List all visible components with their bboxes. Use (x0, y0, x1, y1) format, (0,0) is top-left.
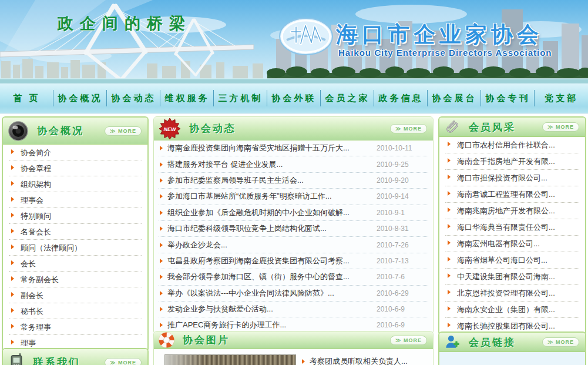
more-button[interactable]: ≫ MORE (542, 337, 579, 347)
bullet-icon (11, 308, 14, 313)
news-item-date: 2010-9-25 (377, 160, 428, 169)
news-item[interactable]: 参加海口市基层站所“优质服务年”明察暗访工作... 2010-9-14 (159, 189, 428, 205)
bullet-icon (160, 178, 163, 183)
sidebar-item[interactable]: 副会长 (9, 287, 142, 303)
nav-item[interactable]: 协会概况 (53, 83, 107, 113)
member-item[interactable]: 海口华海典当有限责任公司... (445, 219, 579, 236)
news-item[interactable]: 搭建服务对接平台 促进企业发展... 2010-9-25 (159, 156, 428, 172)
bullet-icon (160, 291, 163, 296)
bullet-icon (11, 213, 14, 217)
news-item-date: 2010-7-13 (377, 257, 428, 265)
bullet-icon (160, 226, 163, 231)
nav-item[interactable]: 协会专刊 (481, 83, 535, 113)
news-item-title: 搭建服务对接平台 促进企业发展... (167, 159, 377, 170)
paperclip-icon (444, 119, 461, 135)
more-button[interactable]: ≫ MORE (542, 122, 579, 132)
nav-item[interactable]: 协会外联 (267, 83, 321, 113)
news-item-title: 推广APEC商务旅行卡的办理工作... (167, 320, 377, 330)
panel-association-news: NEW 协会动态 ≫ MORE 海南金鹿投资集团向海南省受灾地区捐赠十五万斤大.… (153, 116, 434, 334)
nav-item[interactable]: 政务信息 (374, 83, 428, 113)
bullet-icon (11, 292, 14, 297)
member-item-label: 海口华海典当有限责任公司... (457, 223, 555, 232)
lifebuoy-icon (159, 332, 174, 348)
sidebar-item-label: 副会长 (21, 291, 43, 300)
news-item[interactable]: 参加市纪委监察局领导班子民主生活会... 2010-9-20 (159, 173, 428, 189)
member-item[interactable]: 海口市担保投资有限公司... (445, 170, 579, 186)
news-item-date: 2010-9-20 (377, 176, 428, 185)
sidebar-item[interactable]: 常务理事 (9, 319, 142, 335)
sidebar-item[interactable]: 顾问（法律顾问） (9, 240, 142, 256)
bullet-icon (11, 276, 14, 281)
member-item[interactable]: 海南君诚工程监理有限公司... (445, 186, 579, 203)
news-item[interactable]: 发动企业参与扶贫献爱心活动... 2010-6-9 (159, 302, 428, 317)
nav-item[interactable]: 维权服务 (160, 83, 214, 113)
nav-item[interactable]: 协会展台 (428, 83, 481, 113)
banner-slogan: 政企间的桥梁 (58, 13, 191, 34)
sidebar-item[interactable]: 名誉会长 (9, 224, 142, 240)
nav-item-label: 维权服务 (165, 93, 210, 103)
member-item[interactable]: 海南永安企业（集团）有限... (445, 302, 579, 318)
sidebar-item[interactable]: 理事会 (9, 192, 142, 208)
nav-item[interactable]: 首 页 (0, 83, 53, 113)
bullet-icon (448, 306, 451, 311)
nav-item[interactable]: 党支部 (535, 83, 588, 113)
more-button[interactable]: ≫ MORE (390, 336, 427, 345)
bullet-icon (11, 181, 14, 186)
member-item-label: 海南金手指房地产开发有限... (457, 157, 555, 166)
nav-item-label: 协会专刊 (486, 93, 530, 103)
bullet-icon (11, 260, 14, 265)
member-item-label: 海南君诚工程监理有限公司... (457, 190, 555, 199)
sidebar-item[interactable]: 组织架构 (9, 176, 142, 192)
news-item[interactable]: 我会部分领导参加海口区、镇（街）服务中心的督查... 2010-7-6 (159, 269, 428, 285)
panel-member-links: 会员链接 ≫ MORE (438, 331, 586, 365)
nav-item-label: 首 页 (13, 93, 40, 103)
nav-item[interactable]: 三方机制 (214, 83, 267, 113)
member-item[interactable]: 海南省烟草公司海口公司... (445, 252, 579, 269)
member-item[interactable]: 海南兆南房地产开发有限公... (445, 203, 579, 219)
news-item[interactable]: 举办《以案说法---中小企业合同法律风险防范》... 2010-6-29 (159, 286, 428, 302)
news-item[interactable]: 海口市纪委科级领导职位竞争上岗结构化面试... 2010-8-31 (159, 221, 428, 237)
sidebar-item[interactable]: 会长 (9, 256, 142, 272)
member-item-label: 海南永安企业（集团）有限... (457, 305, 555, 314)
links-panel-header: 会员链接 ≫ MORE (439, 333, 585, 352)
member-item[interactable]: 中天建设集团有限公司海南... (445, 269, 579, 285)
bullet-icon (11, 149, 14, 154)
panel-member-showcase: 会员风采 ≫ MORE 海口市农村信用合作社联合... 海南金手指房地产开发有限… (438, 116, 586, 336)
news-item[interactable]: 组织企业参加《后金融危机时期的中小企业如何破解... 2010-9-1 (159, 205, 428, 221)
sidebar-item-label: 协会章程 (21, 164, 51, 173)
bullet-icon (160, 243, 163, 247)
news-item-title: 我会部分领导参加海口区、镇（街）服务中心的督查... (167, 272, 377, 282)
photo-caption-item[interactable]: 考察团成员听取相关负责人... (302, 356, 408, 365)
news-item-title: 组织企业参加《后金融危机时期的中小企业如何破解... (167, 207, 377, 218)
member-item-label: 海南宏州电器有限公司... (457, 239, 540, 248)
news-item-title: 举办政企沙龙会... (167, 240, 377, 250)
member-item[interactable]: 海口市农村信用合作社联合... (445, 137, 579, 153)
member-item[interactable]: 海南金手指房地产开发有限... (445, 153, 579, 170)
news-item-title: 发动企业参与扶贫献爱心活动... (167, 304, 377, 314)
more-button[interactable]: ≫ MORE (105, 126, 142, 136)
sidebar-item-label: 特别顾问 (21, 212, 51, 220)
member-item[interactable]: 海南宏州电器有限公司... (445, 236, 579, 252)
more-button[interactable]: ≫ MORE (390, 124, 427, 133)
sidebar-item[interactable]: 协会章程 (9, 160, 142, 176)
lens-icon (8, 120, 29, 142)
news-item[interactable]: 屯昌县政府考察团到海南金鹿投资集团有限公司考察... 2010-7-13 (159, 253, 428, 269)
sidebar-item[interactable]: 特别顾问 (9, 208, 142, 224)
association-photo[interactable] (164, 354, 296, 365)
sidebar-item[interactable]: 常务副会长 (9, 272, 142, 287)
nav-item[interactable]: 协会动态 (107, 83, 160, 113)
news-item[interactable]: 举办政企沙龙会... 2010-7-26 (159, 237, 428, 253)
bullet-icon (160, 259, 163, 263)
nav-item[interactable]: 会员之家 (321, 83, 374, 113)
member-item[interactable]: 北京恩祥投资管理有限公司... (445, 285, 579, 302)
news-item[interactable]: 海南金鹿投资集团向海南省受灾地区捐赠十五万斤大... 2010-10-11 (159, 140, 428, 156)
content: 协会概况 ≫ MORE 协会简介 协会章程 (0, 116, 588, 365)
bullet-icon (11, 197, 14, 202)
news-item-date: 2010-6-9 (377, 305, 428, 313)
news-item-date: 2010-6-9 (377, 321, 428, 329)
sidebar-item[interactable]: 协会简介 (9, 145, 142, 160)
more-button[interactable]: ≫ MORE (105, 358, 142, 365)
bullet-icon (160, 194, 163, 199)
news-item-title: 参加海口市基层站所“优质服务年”明察暗访工作... (167, 191, 377, 202)
sidebar-item[interactable]: 秘书长 (9, 303, 142, 319)
